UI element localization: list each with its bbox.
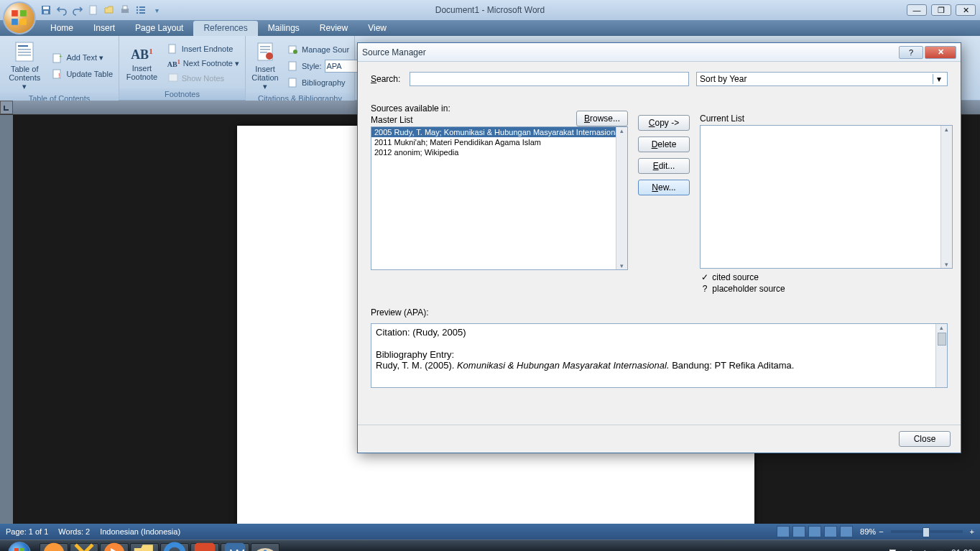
zoom-in-button[interactable]: + [970, 527, 974, 536]
taskbar-paint[interactable] [251, 543, 279, 552]
group-footnotes: AB1 Insert Footnote Insert Endnote AB1Ne… [119, 36, 246, 100]
list-item[interactable]: 2012 anonim; Wikipedia [371, 147, 627, 157]
tab-selector[interactable] [0, 101, 13, 114]
save-icon[interactable] [40, 4, 52, 16]
svg-rect-7 [90, 6, 96, 14]
svg-rect-28 [260, 46, 270, 47]
copy-button[interactable]: Copy -> [638, 115, 690, 131]
status-words[interactable]: Words: 2 [58, 527, 90, 536]
vertical-ruler[interactable] [0, 115, 13, 524]
table-of-contents-button[interactable]: Table of Contents ▾ [3, 39, 46, 93]
zoom-out-button[interactable]: − [879, 527, 883, 536]
sort-select[interactable]: Sort by Year▾ [696, 72, 948, 86]
show-notes-icon [167, 73, 179, 84]
dialog-help-button[interactable]: ? [899, 46, 923, 59]
new-icon[interactable] [88, 4, 99, 16]
tab-review[interactable]: Review [310, 21, 358, 36]
edit-button[interactable]: Edit... [638, 158, 690, 174]
add-text-button[interactable]: +Add Text ▾ [49, 51, 116, 65]
zoom-level[interactable]: 89% [860, 527, 876, 536]
svg-text:+: + [59, 53, 63, 60]
undo-icon[interactable] [56, 4, 68, 16]
source-manager-dialog: Source Manager ? ✕ Search: Sort by Year▾… [357, 42, 961, 453]
bibliography-icon [287, 77, 299, 88]
list-item[interactable]: 2011 Mukni'ah; Materi Pendidikan Agama I… [371, 137, 627, 147]
system-tray: ▴ 21:00 [871, 548, 980, 552]
insert-endnote-button[interactable]: Insert Endnote [165, 42, 242, 56]
toc-icon [13, 40, 36, 63]
show-notes-button[interactable]: Show Notes [165, 71, 242, 85]
start-button[interactable] [0, 540, 39, 552]
battery-icon[interactable] [935, 548, 946, 552]
svg-point-40 [44, 542, 65, 551]
delete-button[interactable]: Delete [638, 136, 690, 152]
manage-sources-icon [287, 44, 299, 55]
browse-button[interactable]: Browse... [576, 111, 628, 126]
taskbar: W ▴ 21:00 [0, 540, 980, 551]
taskbar-app-3[interactable] [100, 543, 129, 552]
taskbar-app-1[interactable] [40, 543, 68, 552]
dialog-titlebar[interactable]: Source Manager ? ✕ [358, 43, 961, 62]
insert-footnote-button[interactable]: AB1 Insert Footnote [122, 39, 162, 88]
volume-icon[interactable] [920, 548, 930, 552]
word-icon: W [221, 540, 249, 552]
next-footnote-button[interactable]: AB1Next Footnote ▾ [165, 57, 242, 70]
search-input[interactable] [410, 72, 689, 86]
svg-rect-35 [289, 78, 296, 87]
svg-rect-19 [18, 52, 31, 53]
network-icon[interactable] [904, 548, 914, 552]
status-page[interactable]: Page: 1 of 1 [6, 527, 48, 536]
update-table-button[interactable]: !Update Table [49, 67, 116, 81]
tray-show-hidden-icon[interactable]: ▴ [878, 548, 882, 552]
svg-rect-25 [169, 45, 175, 53]
current-list-box[interactable]: ▴▾ [700, 125, 953, 269]
svg-rect-5 [43, 6, 49, 9]
flag-icon[interactable] [888, 548, 898, 552]
svg-rect-3 [20, 19, 27, 25]
view-full-screen-button[interactable] [792, 526, 805, 537]
app-icon [70, 540, 98, 552]
list-item[interactable]: 2005 Rudy, T. May; Komunikasi & Hubungan… [371, 127, 627, 137]
tray-clock[interactable]: 21:00 [951, 548, 973, 552]
tab-page-layout[interactable]: Page Layout [125, 21, 193, 36]
status-language[interactable]: Indonesian (Indonesia) [100, 527, 180, 536]
citation-line: Citation: (Rudy, 2005) [376, 327, 943, 338]
view-web-layout-button[interactable] [808, 526, 821, 537]
scrollbar[interactable]: ▴▾ [616, 127, 627, 269]
insert-citation-button[interactable]: Insert Citation ▾ [249, 39, 282, 93]
bullets-icon[interactable] [135, 4, 147, 16]
tab-mailings[interactable]: Mailings [258, 21, 310, 36]
restore-button[interactable]: ❐ [931, 4, 951, 16]
taskbar-explorer[interactable] [130, 543, 159, 552]
taskbar-powerpoint[interactable] [190, 543, 219, 552]
tab-insert[interactable]: Insert [83, 21, 125, 36]
new-button[interactable]: New... [638, 180, 690, 195]
view-draft-button[interactable] [840, 526, 853, 537]
svg-point-10 [137, 6, 138, 8]
tab-home[interactable]: Home [40, 21, 83, 36]
tab-references[interactable]: References [193, 21, 257, 36]
svg-text:!: ! [58, 72, 60, 79]
master-list-box[interactable]: 2005 Rudy, T. May; Komunikasi & Hubungan… [371, 126, 628, 270]
redo-icon[interactable] [72, 4, 83, 16]
zoom-slider[interactable] [891, 530, 963, 533]
view-outline-button[interactable] [824, 526, 837, 537]
tab-view[interactable]: View [358, 21, 397, 36]
scrollbar[interactable]: ▴ [935, 324, 947, 387]
office-button[interactable] [3, 1, 36, 34]
taskbar-ie[interactable] [160, 543, 189, 552]
minimize-button[interactable]: — [907, 4, 927, 16]
print-icon[interactable] [119, 4, 131, 16]
close-window-button[interactable]: ✕ [956, 4, 976, 16]
svg-rect-17 [18, 45, 28, 47]
close-button[interactable]: Close [899, 431, 951, 447]
scrollbar[interactable]: ▴▾ [940, 126, 952, 268]
view-print-layout-button[interactable] [777, 526, 790, 537]
current-list-label: Current List [700, 114, 953, 124]
group-citations: Insert Citation ▾ Manage Sour Style: APA… [246, 36, 355, 100]
qat-customize-icon[interactable]: ▾ [151, 4, 162, 16]
taskbar-app-2[interactable] [70, 543, 98, 552]
dialog-close-x-button[interactable]: ✕ [925, 46, 956, 59]
taskbar-word[interactable]: W [221, 543, 249, 552]
open-icon[interactable] [103, 4, 115, 16]
